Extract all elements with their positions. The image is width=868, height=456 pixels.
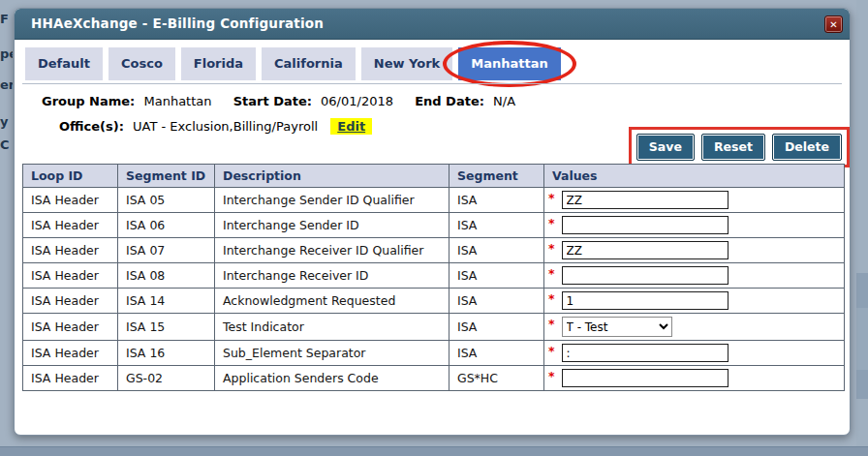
values-cell: * [544,188,845,213]
background-scrollbar-block [856,370,868,399]
close-icon: ✕ [829,19,837,30]
table-row: ISA Header ISA 16 Sub_Element Separator … [23,341,845,366]
loop-id-cell: ISA Header [23,341,118,366]
offices-label: Office(s): [59,119,124,134]
loop-id-cell: ISA Header [23,263,118,289]
offices-value: UAT - Exclusion,Billing/Payroll [133,119,318,134]
value-input[interactable] [562,216,728,234]
group-name-label: Group Name: [42,94,135,108]
values-cell: * T - Test [544,314,845,341]
background-page-text: F pe er y C [0,0,13,445]
value-input[interactable] [562,191,728,209]
delete-button[interactable]: Delete [772,134,842,161]
segment-id-cell: ISA 14 [118,289,215,314]
description-cell: Interchange Sender ID Qualifier [215,188,450,213]
column-header-segment-id: Segment ID [118,165,215,188]
value-input[interactable] [562,291,728,310]
segment-cell: ISA [450,213,544,238]
required-asterisk: * [548,216,555,230]
end-date-label: End Date: [415,94,484,108]
start-date-value: 06/01/2018 [321,94,393,108]
description-cell: Sub_Element Separator [215,341,450,366]
segment-cell: ISA [450,238,544,263]
dialog-title: HHAeXchange - E-Billing Configuration [31,15,324,31]
group-name-value: Manhattan [143,94,211,108]
required-asterisk: * [548,191,555,205]
loop-id-cell: ISA Header [23,213,118,238]
background-bottom-bar [0,446,868,456]
segments-table: Loop ID Segment ID Description Segment V… [22,164,845,391]
save-button[interactable]: Save [636,134,695,161]
values-cell: * [544,341,845,366]
ebilling-configuration-dialog: HHAeXchange - E-Billing Configuration ✕ … [14,8,851,436]
column-header-segment: Segment [450,165,544,188]
close-button[interactable]: ✕ [824,15,843,33]
segment-cell: ISA [450,314,544,341]
value-input[interactable] [562,241,728,259]
values-cell: * [544,366,845,391]
segment-id-cell: ISA 05 [118,188,215,213]
value-input[interactable] [562,344,728,362]
description-cell: Acknowledgment Requested [215,289,450,314]
segments-table-container: Loop ID Segment ID Description Segment V… [22,164,845,391]
loop-id-cell: ISA Header [23,188,118,213]
column-header-values: Values [544,165,845,188]
loop-id-cell: ISA Header [23,366,118,391]
values-cell: * [544,289,845,314]
segment-id-cell: ISA 08 [118,263,215,289]
table-row: ISA Header ISA 05 Interchange Sender ID … [23,188,845,213]
reset-button[interactable]: Reset [701,134,765,161]
description-cell: Interchange Receiver ID Qualifier [215,238,450,263]
segment-cell: ISA [450,289,544,314]
segment-id-cell: ISA 06 [118,213,215,238]
table-row: ISA Header ISA 07 Interchange Receiver I… [23,238,845,263]
edit-offices-link[interactable]: Edit [330,118,372,135]
tab-manhattan[interactable]: Manhattan [458,47,560,80]
loop-id-cell: ISA Header [23,238,118,263]
table-row: ISA Header ISA 14 Acknowledgment Request… [23,289,845,314]
segment-id-cell: ISA 15 [118,314,215,341]
background-scrollbar [856,0,868,446]
description-cell: Application Senders Code [215,366,450,391]
required-asterisk: * [548,266,555,281]
loop-id-cell: ISA Header [23,289,118,314]
values-cell: * [544,263,845,289]
description-cell: Interchange Sender ID [215,213,450,238]
tab-california[interactable]: California [262,47,356,80]
table-row: ISA Header ISA 06 Interchange Sender ID … [23,213,845,238]
dialog-title-bar: HHAeXchange - E-Billing Configuration [15,9,850,40]
table-row: ISA Header ISA 15 Test Indicator ISA * T… [23,314,845,341]
tab-default[interactable]: Default [25,47,103,80]
offices-info-line: Office(s): UAT - Exclusion,Billing/Payro… [59,119,372,134]
end-date-value: N/A [493,94,515,108]
required-asterisk: * [548,291,555,306]
segment-id-cell: ISA 16 [118,341,215,366]
red-box-annotation: Save Reset Delete [629,127,850,167]
value-input[interactable] [562,369,728,387]
value-input[interactable] [562,266,728,285]
column-header-description: Description [215,165,450,188]
table-header-row: Loop ID Segment ID Description Segment V… [23,165,845,188]
column-header-loop-id: Loop ID [23,165,118,188]
required-asterisk: * [548,344,555,358]
segment-cell: GS*HC [450,366,544,391]
segment-id-cell: GS-02 [118,366,215,391]
description-cell: Interchange Receiver ID [215,263,450,289]
tabs-separator [22,83,842,84]
table-row: ISA Header ISA 08 Interchange Receiver I… [23,263,845,289]
tab-cosco[interactable]: Cosco [108,47,175,80]
background-scrollbar-thumb [856,308,868,370]
value-select[interactable]: T - Test [562,317,672,337]
group-tabs: Default Cosco Florida California New Yor… [25,47,561,80]
description-cell: Test Indicator [215,314,450,341]
background-scrollbar-block [856,273,868,308]
segment-cell: ISA [450,341,544,366]
segment-cell: ISA [450,263,544,289]
tab-new-york[interactable]: New York [361,47,452,80]
required-asterisk: * [548,241,555,256]
values-cell: * [544,213,845,238]
start-date-label: Start Date: [233,94,312,108]
tab-florida[interactable]: Florida [181,47,256,80]
segment-cell: ISA [450,188,544,213]
values-cell: * [544,238,845,263]
